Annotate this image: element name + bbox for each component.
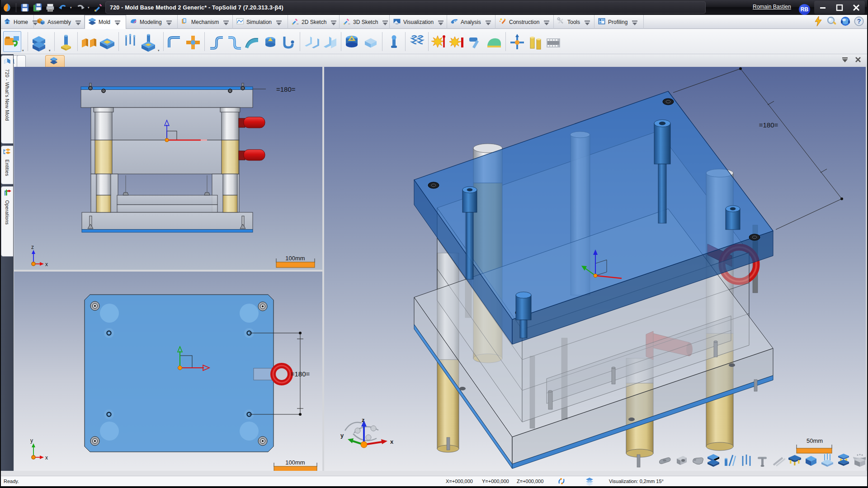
redo-icon[interactable] — [75, 2, 86, 13]
pipe-2-icon[interactable] — [226, 31, 243, 52]
chevron-down-icon[interactable] — [165, 20, 170, 24]
hook-icon[interactable] — [280, 31, 297, 52]
ribbon-tab-visualization[interactable]: Visualization — [390, 15, 447, 29]
close-document-icon[interactable] — [854, 56, 862, 65]
ribbon-tab-assembly[interactable]: Assembly — [34, 15, 85, 29]
burst-bar-icon[interactable] — [449, 31, 467, 52]
save-all-icon[interactable] — [32, 2, 43, 13]
ribbon-tab-label: 2D Sketch — [302, 19, 326, 25]
pipe-icon[interactable] — [208, 31, 225, 52]
shoe-icon[interactable] — [486, 31, 503, 52]
chevron-down-icon[interactable] — [542, 20, 547, 24]
ejector-base-icon[interactable] — [140, 31, 157, 52]
tab-start-page[interactable] — [17, 55, 26, 67]
side-tab-entities[interactable]: Entities — [1, 145, 13, 184]
chevron-down-icon[interactable] — [113, 20, 118, 24]
mold-wizard-icon[interactable] — [3, 31, 21, 52]
ribbon-tab-analysis[interactable]: Analysis — [447, 15, 495, 29]
ribbon-tab-label: Mold — [99, 19, 110, 25]
pins-part-icon[interactable] — [739, 453, 753, 469]
tab-active-document[interactable] — [45, 55, 65, 67]
support-icon[interactable] — [840, 16, 851, 28]
undo-icon[interactable] — [57, 2, 68, 13]
avatar[interactable]: RB — [799, 4, 810, 15]
knob-icon[interactable] — [262, 31, 279, 52]
mold-split-icon[interactable] — [31, 31, 48, 52]
side-tab-720-what-s-new-mold[interactable]: 720 - What's New Mold — [1, 55, 13, 144]
angle-plate-icon[interactable] — [303, 31, 320, 52]
angle-plate-2-icon[interactable] — [321, 31, 338, 52]
chevron-down-icon[interactable] — [381, 20, 386, 24]
pillar-icon[interactable] — [57, 31, 75, 52]
ribbon-tab-3d-sketch[interactable]: 3D Sketch — [340, 15, 390, 29]
ribbon-tab-mechanism[interactable]: Mechanism — [178, 15, 233, 29]
film-icon[interactable] — [545, 31, 562, 52]
viewport-front[interactable]: =180= z x 100mm — [14, 67, 322, 270]
springs-icon[interactable] — [408, 31, 425, 52]
handle-2-part-icon[interactable] — [690, 453, 704, 469]
pins-plate-icon[interactable] — [821, 453, 834, 469]
cube-icon[interactable] — [362, 31, 379, 52]
ejector-base-icon-dropdown[interactable]: ▾ — [158, 49, 161, 52]
chevron-down-icon[interactable] — [222, 20, 227, 24]
pin-slash-icon[interactable] — [723, 453, 736, 469]
thumb-pin-icon[interactable] — [385, 31, 402, 52]
ribbon-tab-simulation[interactable]: Simulation — [233, 15, 288, 29]
ejector-pins-icon[interactable] — [122, 31, 139, 52]
quick-launch-icon[interactable] — [813, 16, 824, 28]
ribbon-tab-2d-sketch[interactable]: 2D Sketch — [288, 15, 340, 29]
mold-tray-icon[interactable] — [99, 31, 116, 52]
redo-icon-dropdown[interactable]: ▾ — [88, 6, 91, 9]
minimize-button[interactable] — [816, 2, 830, 14]
help-icon[interactable]: ? — [854, 16, 864, 28]
box-part-icon[interactable] — [804, 453, 818, 469]
tab-list-dropdown-icon[interactable] — [841, 56, 850, 65]
cross-tool-icon[interactable] — [509, 31, 526, 52]
elbow-fitting-icon[interactable] — [166, 31, 184, 52]
ribbon-tab-home[interactable]: Home — [0, 15, 34, 29]
mold-wizard-icon-dropdown[interactable]: ▾ — [22, 49, 25, 52]
close-button[interactable] — [849, 2, 863, 14]
print-icon[interactable] — [45, 2, 56, 13]
mold-stack-2-icon[interactable] — [837, 453, 850, 469]
open-box-icon[interactable] — [853, 453, 866, 469]
viewport-top[interactable]: =180= y x 100mm — [14, 272, 322, 471]
ribbon-tab-mold[interactable]: Mold — [85, 15, 126, 29]
chevron-down-icon[interactable] — [484, 20, 489, 24]
burst-pin-icon[interactable] — [431, 31, 448, 52]
columns-icon[interactable] — [527, 31, 544, 52]
separator — [16, 3, 16, 12]
search-icon[interactable] — [826, 16, 837, 28]
cross-fitting-icon[interactable] — [184, 31, 202, 52]
chevron-down-icon[interactable] — [275, 20, 280, 24]
chevron-down-icon[interactable] — [583, 20, 588, 24]
wedge-icon[interactable] — [244, 31, 261, 52]
clamps-icon[interactable] — [80, 31, 98, 52]
mold-stack-icon[interactable] — [707, 453, 720, 469]
ribbon-tab-profiling[interactable]: Profiling — [594, 15, 644, 29]
status-sync-icon[interactable] — [557, 476, 566, 486]
ribbon-tab-construction[interactable]: Construction — [495, 15, 554, 29]
table-part-icon[interactable] — [788, 453, 802, 469]
undo-icon-dropdown[interactable]: ▾ — [70, 6, 73, 9]
mold-split-icon-dropdown[interactable]: ▾ — [49, 49, 52, 52]
rods-part-icon[interactable] — [772, 453, 785, 469]
user-account-link[interactable]: Romain Bastien — [753, 4, 791, 10]
chevron-down-icon[interactable] — [74, 20, 79, 24]
viewport-iso[interactable]: =180= z y x 50mm — [324, 67, 866, 471]
chevron-down-icon[interactable] — [631, 20, 636, 24]
chevron-down-icon[interactable] — [330, 20, 335, 24]
edit-icon[interactable] — [93, 2, 104, 13]
status-layers-icon[interactable] — [585, 476, 594, 486]
hammer-icon[interactable] — [467, 31, 485, 52]
block-part-icon[interactable] — [674, 453, 688, 469]
chevron-down-icon[interactable] — [437, 20, 442, 24]
save-icon[interactable] — [19, 2, 30, 13]
tbar-part-icon[interactable] — [755, 453, 769, 469]
handle-part-icon[interactable] — [658, 453, 671, 469]
ribbon-tab-tools[interactable]: Tools — [554, 15, 594, 29]
ribbon-tab-modeling[interactable]: Modeling — [126, 15, 178, 29]
cylinder-a-icon[interactable] — [344, 31, 361, 52]
side-tab-operations[interactable]: Operations — [1, 186, 13, 257]
maximize-button[interactable] — [833, 2, 846, 14]
